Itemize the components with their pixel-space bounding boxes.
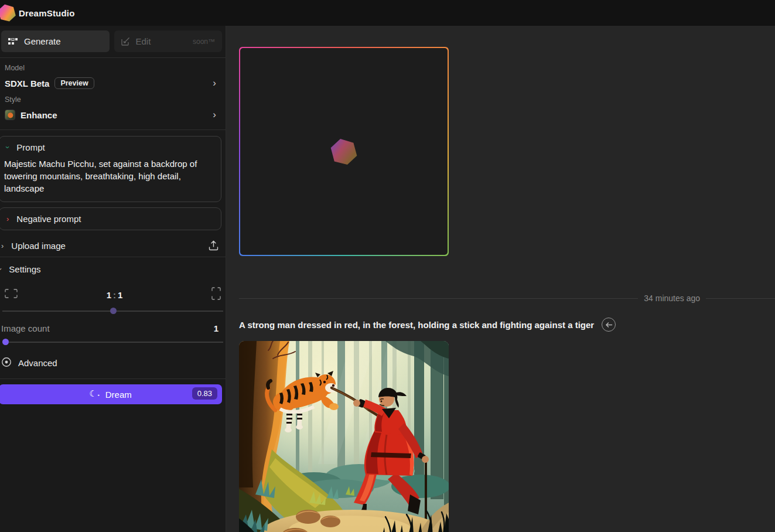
model-selector[interactable]: SDXL Beta Preview ›	[5, 76, 221, 91]
prompt-panel[interactable]: › Prompt Majestic Machu Picchu, set agai…	[0, 136, 221, 202]
model-section: Model SDXL Beta Preview ›	[0, 58, 226, 93]
grid-icon	[8, 38, 18, 45]
image-count-label: Image count	[1, 323, 50, 333]
history-prompt-text: A strong man dressed in red, in the fore…	[239, 320, 594, 330]
style-section: Style Enhance ›	[0, 93, 226, 125]
history-timestamp: 34 minutes ago	[638, 294, 706, 303]
model-preview-badge: Preview	[54, 77, 94, 89]
upload-image-label: Upload image	[11, 241, 66, 251]
app-title: DreamStudio	[19, 8, 75, 18]
chevron-down-icon: ›	[0, 268, 5, 270]
aspect-ratio-row: 1:1	[0, 278, 226, 302]
divider-line	[706, 298, 775, 299]
portrait-crop-icon	[211, 287, 221, 302]
eye-icon	[1, 357, 12, 369]
model-value: SDXL Beta	[5, 79, 49, 88]
negative-prompt-panel[interactable]: › Negative prompt	[0, 207, 221, 230]
dream-button[interactable]: ☾˖ Dream 0.83	[0, 384, 222, 404]
prompt-header[interactable]: › Prompt	[4, 142, 216, 152]
settings-label: Settings	[9, 264, 40, 274]
upload-icon[interactable]	[209, 240, 221, 251]
advanced-label: Advanced	[18, 358, 57, 368]
pending-generation-inner	[240, 48, 448, 255]
style-thumbnail-icon	[5, 110, 15, 120]
sidebar: Generate Edit soon™ Model SDXL Beta Prev…	[0, 26, 226, 532]
model-label: Model	[5, 64, 221, 72]
tab-edit[interactable]: Edit soon™	[114, 30, 223, 52]
chevron-right-icon: ›	[6, 214, 9, 223]
credits-badge: 0.83	[192, 387, 217, 400]
advanced-row[interactable]: Advanced	[0, 346, 226, 378]
upload-image-row[interactable]: › Upload image	[0, 234, 226, 257]
tab-generate-label: Generate	[24, 36, 61, 46]
negative-prompt-title: Negative prompt	[16, 214, 81, 224]
slider-thumb[interactable]	[110, 308, 117, 314]
chevron-right-icon: ›	[1, 241, 4, 250]
pencil-square-icon	[121, 37, 130, 46]
divider-line	[239, 298, 638, 299]
aspect-ratio-slider[interactable]	[2, 307, 223, 315]
landscape-crop-icon	[5, 289, 18, 301]
settings-header[interactable]: › Settings	[0, 257, 226, 278]
tab-generate[interactable]: Generate	[1, 30, 110, 52]
chevron-down-icon: ›	[4, 146, 12, 148]
crescent-moon-icon: ☾˖	[89, 388, 100, 399]
tab-edit-label: Edit	[136, 36, 151, 46]
history-prompt-row: A strong man dressed in red, in the fore…	[239, 318, 766, 332]
dream-button-label: Dream	[105, 390, 132, 400]
pending-generation-card	[239, 47, 449, 256]
negative-prompt-header[interactable]: › Negative prompt	[4, 214, 216, 224]
chevron-right-icon: ›	[213, 77, 221, 89]
chevron-right-icon: ›	[213, 109, 221, 121]
prompt-input[interactable]: Majestic Machu Picchu, set against a bac…	[4, 158, 216, 195]
slider-track[interactable]	[2, 342, 223, 343]
arrow-left-circle-icon[interactable]	[602, 318, 616, 332]
style-label: Style	[5, 96, 221, 104]
prompt-title: Prompt	[16, 142, 45, 152]
history-divider: 34 minutes ago	[239, 294, 775, 303]
mode-tabs: Generate Edit soon™	[0, 26, 226, 58]
slider-thumb[interactable]	[2, 339, 9, 345]
dreamstudio-logo-icon	[0, 4, 16, 22]
main-canvas: 34 minutes ago A strong man dressed in r…	[227, 26, 775, 532]
style-selector[interactable]: Enhance ›	[5, 107, 221, 122]
image-count-row: Image count 1	[0, 315, 226, 333]
image-count-value: 1	[214, 323, 221, 333]
divider	[0, 129, 226, 130]
loading-hexagon-icon	[330, 138, 357, 166]
tab-edit-soon-badge: soon™	[193, 37, 215, 46]
generated-image[interactable]	[239, 341, 449, 532]
aspect-ratio-value: 1:1	[18, 290, 211, 300]
divider	[0, 378, 226, 379]
image-count-slider[interactable]	[2, 338, 223, 346]
top-bar: DreamStudio	[0, 0, 775, 26]
style-value: Enhance	[21, 110, 57, 120]
